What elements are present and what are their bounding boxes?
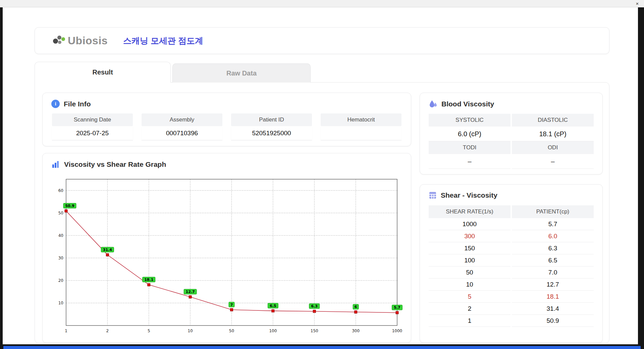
svg-text:18.1: 18.1 [144, 278, 153, 282]
systolic-value: 6.0 (cP) [429, 127, 511, 141]
bottom-accent-bar [3, 346, 641, 349]
svg-text:5.7: 5.7 [394, 305, 400, 310]
svg-text:30: 30 [58, 256, 63, 260]
svg-text:40: 40 [58, 233, 63, 238]
table-row: 150.9 [429, 315, 594, 327]
diastolic-label: DIASTOLIC [512, 114, 594, 127]
shear-rate-cell: 1 [429, 315, 511, 327]
blood-viscosity-grid: SYSTOLIC DIASTOLIC 6.0 (cP) 18.1 (cP) TO… [420, 108, 602, 169]
svg-text:12.7: 12.7 [186, 290, 195, 294]
diastolic-value: 18.1 (cP) [512, 127, 594, 141]
table-icon [429, 191, 437, 199]
bar-chart-icon [51, 160, 60, 169]
tab-result[interactable]: Result [35, 62, 171, 83]
shear-rate-cell: 1000 [429, 218, 511, 230]
svg-text:6: 6 [355, 305, 357, 309]
svg-text:1000: 1000 [392, 329, 402, 333]
shear-rate-cell: 100 [429, 254, 511, 266]
file-info-title: File Info [64, 100, 91, 108]
patient-cp-cell: 18.1 [512, 291, 594, 303]
patient-cp-cell: 7.0 [512, 266, 594, 279]
svg-text:50.9: 50.9 [65, 204, 74, 208]
info-icon: i [51, 100, 60, 108]
odi-value: – [512, 154, 594, 169]
field-value: 2025-07-25 [52, 126, 133, 140]
shear-viscosity-title: Shear - Viscosity [441, 191, 497, 199]
svg-text:5: 5 [148, 329, 150, 333]
file-info-title-row: i File Info [43, 93, 411, 108]
shear-table-body: 10005.73006.01506.31006.5507.01012.7518.… [429, 218, 594, 327]
svg-text:7: 7 [230, 303, 233, 307]
droplet-icon [429, 100, 437, 108]
blood-viscosity-card: Blood Viscosity SYSTOLIC DIASTOLIC 6.0 (… [420, 93, 603, 174]
graph-title-row: Viscosity vs Shear Rate Graph [43, 153, 411, 169]
todi-label: TODI [429, 141, 511, 154]
tab-raw-data[interactable]: Raw Data [172, 63, 311, 83]
chart-area: 1020304050601251050100150300100050.931.4… [53, 174, 403, 338]
field-label: Patient ID [231, 113, 312, 126]
file-info-card: i File Info Scanning Date 2025-07-25 Ass… [42, 93, 411, 146]
field-label: Assembly [142, 113, 222, 126]
field-hematocrit: Hematocrit [321, 113, 401, 140]
shear-viscosity-card: Shear - Viscosity SHEAR RATE(1/s) PATIEN… [420, 184, 603, 343]
graph-title: Viscosity vs Shear Rate Graph [64, 160, 166, 168]
viscosity-graph-card: Viscosity vs Shear Rate Graph 1020304050… [42, 153, 411, 343]
field-label: Hematocrit [321, 113, 401, 126]
svg-text:6.5: 6.5 [270, 304, 276, 308]
svg-text:50: 50 [229, 329, 234, 333]
viscosity-chart: 1020304050601251050100150300100050.931.4… [53, 174, 403, 336]
close-icon[interactable]: × [634, 0, 641, 7]
shear-viscosity-table: SHEAR RATE(1/s) PATIENT(cp) 10005.73006.… [420, 199, 602, 327]
shear-rate-cell: 10 [429, 279, 511, 291]
patient-cp-cell: 5.7 [512, 218, 594, 230]
svg-text:20: 20 [58, 278, 63, 283]
svg-text:10: 10 [58, 301, 63, 305]
table-row: 231.4 [429, 303, 594, 315]
table-row: 518.1 [429, 291, 594, 303]
field-value: 000710396 [142, 126, 222, 140]
shear-rate-cell: 2 [429, 303, 511, 315]
blood-viscosity-title: Blood Viscosity [441, 100, 494, 108]
page-title: 스캐닝 모세관 점도계 [123, 35, 203, 46]
logo-icon [52, 34, 66, 47]
patient-cp-cell: 6.0 [512, 230, 594, 242]
svg-text:10: 10 [187, 329, 193, 333]
svg-text:2: 2 [106, 329, 109, 333]
shear-viscosity-title-row: Shear - Viscosity [420, 185, 602, 199]
field-assembly: Assembly 000710396 [142, 113, 222, 140]
app-header: Ubiosis 스캐닝 모세관 점도계 [35, 27, 609, 54]
svg-text:60: 60 [58, 188, 63, 193]
field-scanning-date: Scanning Date 2025-07-25 [52, 113, 133, 140]
patient-cp-cell: 12.7 [512, 279, 594, 291]
table-header-row: SHEAR RATE(1/s) PATIENT(cp) [429, 205, 594, 218]
svg-text:100: 100 [269, 329, 277, 333]
field-value [321, 126, 401, 140]
col-patient: PATIENT(cp) [512, 205, 594, 218]
svg-text:150: 150 [311, 329, 318, 333]
window-titlebar: × [0, 0, 644, 7]
field-label: Scanning Date [52, 113, 133, 126]
odi-label: ODI [512, 141, 594, 154]
todi-value: – [429, 154, 511, 169]
shear-rate-cell: 50 [429, 266, 511, 279]
table-row: 507.0 [429, 266, 594, 279]
svg-text:31.4: 31.4 [103, 248, 112, 252]
file-info-fields: Scanning Date 2025-07-25 Assembly 000710… [43, 108, 411, 140]
col-shear-rate: SHEAR RATE(1/s) [429, 205, 511, 218]
patient-cp-cell: 6.5 [512, 254, 594, 266]
patient-cp-cell: 6.3 [512, 242, 594, 254]
svg-text:300: 300 [352, 329, 360, 333]
screen: × Ubiosis 스캐닝 모세관 점도계 Result Raw Data i … [0, 0, 644, 349]
svg-text:1: 1 [65, 329, 67, 333]
svg-text:50: 50 [58, 211, 63, 215]
shear-rate-cell: 150 [429, 242, 511, 254]
shear-rate-cell: 5 [429, 291, 511, 303]
field-patient-id: Patient ID 52051925000 [231, 113, 312, 140]
patient-cp-cell: 31.4 [512, 303, 594, 315]
table-row: 3006.0 [429, 230, 594, 242]
table-row: 1506.3 [429, 242, 594, 254]
patient-cp-cell: 50.9 [512, 315, 594, 327]
table-row: 1006.5 [429, 254, 594, 266]
table-row: 1012.7 [429, 279, 594, 291]
logo: Ubiosis [52, 34, 108, 47]
